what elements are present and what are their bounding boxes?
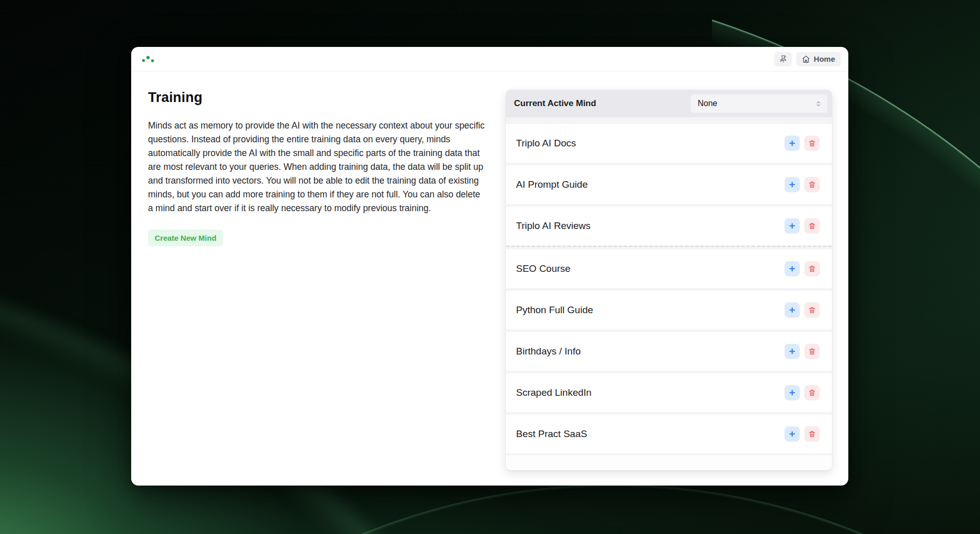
trash-icon (808, 265, 816, 273)
add-training-button[interactable]: + (785, 302, 800, 318)
delete-mind-button[interactable] (804, 177, 820, 192)
mind-row: Triplo AI Reviews + (506, 207, 832, 245)
add-training-button[interactable]: + (785, 177, 800, 192)
add-training-button[interactable]: + (785, 218, 800, 234)
chevron-updown-icon (815, 100, 822, 108)
training-description: Minds act as memory to provide the AI wi… (148, 119, 486, 215)
background-curve (0, 485, 980, 534)
plus-icon: + (789, 346, 795, 357)
mind-name: Birthdays / Info (516, 346, 581, 357)
plus-icon: + (789, 304, 795, 315)
plus-icon: + (789, 179, 795, 190)
mind-row: Scraped LinkedIn + (506, 373, 832, 412)
mind-row: Birthdays / Info + (506, 332, 832, 371)
triplo-logo-icon (141, 55, 155, 63)
mind-name: Best Pract SaaS (516, 428, 587, 440)
mind-row: Triplo AI Docs + (506, 124, 832, 163)
home-button-label: Home (814, 55, 835, 63)
unpin-button[interactable] (774, 52, 792, 66)
mind-name: Triplo AI Reviews (516, 220, 591, 232)
page-title: Training (148, 90, 486, 106)
trash-icon (808, 347, 816, 355)
trash-icon (808, 139, 816, 147)
minds-panel: Current Active Mind None Triplo AI Docs … (506, 90, 832, 470)
plus-icon: + (789, 138, 795, 148)
trash-icon (808, 430, 816, 438)
trash-icon (808, 389, 816, 397)
minds-list: Triplo AI Docs + AI Prompt Guide + (506, 117, 832, 453)
plus-icon: + (789, 428, 795, 439)
plus-icon: + (789, 387, 795, 398)
add-training-button[interactable]: + (785, 385, 800, 400)
mind-name: Python Full Guide (516, 304, 593, 316)
active-mind-value: None (698, 99, 717, 108)
delete-mind-button[interactable] (804, 136, 820, 151)
add-training-button[interactable]: + (785, 426, 800, 442)
mind-name: Scraped LinkedIn (516, 387, 592, 398)
mind-row: AI Prompt Guide + (506, 165, 832, 204)
mind-name: SEO Course (516, 263, 571, 274)
home-button[interactable]: Home (796, 52, 841, 66)
mind-name: Triplo AI Docs (516, 138, 576, 149)
mind-row: SEO Course + (506, 249, 832, 288)
plus-icon: + (789, 220, 795, 231)
panel-footer (506, 455, 832, 470)
trash-icon (808, 181, 816, 189)
app-window: Home Training Minds act as memory to pro… (131, 47, 848, 486)
training-section: Training Minds act as memory to provide … (148, 90, 486, 246)
mind-name: AI Prompt Guide (516, 179, 587, 190)
plus-icon: + (789, 263, 795, 274)
active-mind-bar: Current Active Mind None (506, 90, 832, 117)
window-header: Home (131, 47, 848, 71)
pin-off-icon (779, 55, 788, 63)
delete-mind-button[interactable] (804, 218, 820, 234)
add-training-button[interactable]: + (785, 344, 800, 359)
drop-indicator-divider (506, 246, 831, 247)
active-mind-label: Current Active Mind (514, 98, 596, 109)
delete-mind-button[interactable] (804, 426, 820, 442)
delete-mind-button[interactable] (804, 385, 820, 400)
delete-mind-button[interactable] (804, 344, 820, 359)
active-mind-select[interactable]: None (691, 94, 827, 113)
delete-mind-button[interactable] (804, 302, 820, 318)
add-training-button[interactable]: + (785, 136, 800, 151)
mind-row: Python Full Guide + (506, 291, 832, 329)
mind-row: Best Pract SaaS + (506, 415, 832, 453)
trash-icon (808, 222, 816, 230)
trash-icon (808, 306, 816, 314)
create-new-mind-button[interactable]: Create New Mind (148, 230, 223, 246)
add-training-button[interactable]: + (785, 261, 800, 276)
home-icon (802, 55, 810, 63)
delete-mind-button[interactable] (804, 261, 820, 276)
